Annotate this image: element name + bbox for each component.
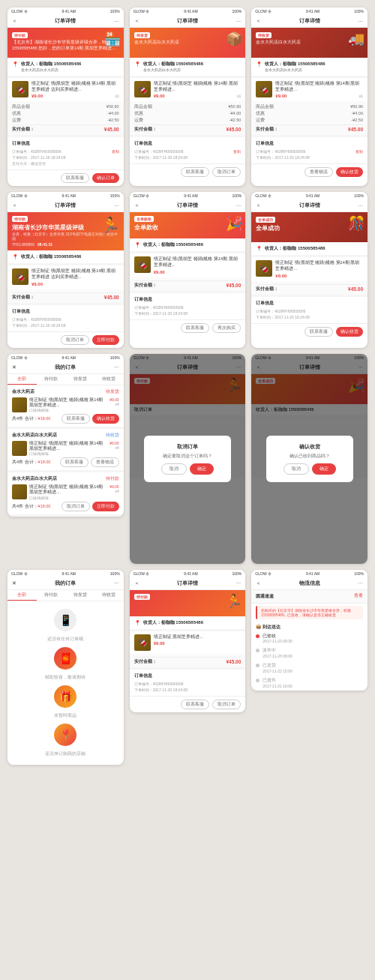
more-icon[interactable]: ··· xyxy=(358,202,363,209)
more-icon[interactable]: ··· xyxy=(114,364,119,370)
product-info: 情正制证 黑胡芝养精进... ¥9.00 xyxy=(154,634,242,646)
more-icon[interactable]: ··· xyxy=(358,580,363,586)
location-icon: 📍 xyxy=(256,246,262,252)
order-info-title: 订单信息 xyxy=(256,300,363,307)
more-icon[interactable]: ··· xyxy=(114,580,119,586)
nav-title: 订单详情 xyxy=(55,202,76,209)
order-number: 订单编号：402RFH00000006 xyxy=(134,305,184,310)
product-thumbnail: 🍫 xyxy=(134,81,151,97)
tab-pending-receive2[interactable]: 待收货 xyxy=(94,590,124,601)
phone-r1-3: GLOW 令 9:41 AM 100% ＜ 订单详情 ··· 待收货 金水大药店… xyxy=(251,7,368,186)
signal: GLOW 令 xyxy=(134,193,150,198)
more-icon[interactable]: ··· xyxy=(236,580,242,586)
price-summary: 商品金额 ¥50.90 优惠 -¥4.00 运费 -¥2.50 实付金额： ¥4… xyxy=(251,101,368,135)
logistics-link[interactable]: 查看 xyxy=(354,593,363,600)
order-actions: 取消订单 立即付款 xyxy=(62,502,119,511)
close-icon[interactable]: ✕ xyxy=(12,364,16,370)
order-product-thumb xyxy=(12,441,27,456)
subtotal-value: ¥50.90 xyxy=(350,104,363,109)
modal-confirm-btn[interactable]: 确定 xyxy=(190,463,214,475)
order-banner-receiving: 待收货 金水大药店白水大药店 🚚 xyxy=(251,28,368,58)
product-info: 情正制证 情(黑胡芝 猪蹄)规格 第14期 黑胡芝养精进... ¥9.00 x1 xyxy=(154,81,242,98)
more-icon[interactable]: ··· xyxy=(236,202,242,209)
tab-all[interactable]: 全部 xyxy=(8,374,37,385)
cancel-order-btn[interactable]: 取消订单 xyxy=(61,335,89,345)
subtotal-row: 商品金额 ¥50.90 xyxy=(134,103,242,110)
copy-link[interactable]: 复制 xyxy=(356,149,363,154)
tab-pending-pay2[interactable]: 待付款 xyxy=(37,590,66,601)
more-icon[interactable]: ··· xyxy=(358,18,363,25)
order-info-title: 订单信息 xyxy=(134,140,242,147)
subtotal-label: 商品金额 xyxy=(12,104,30,109)
banner-illustration: 🏪 xyxy=(104,31,121,47)
list-item: 金水大药店白水大药店 待收货 情正制证 情(黑胡芝 猪蹄)规格 第14期 黑胡芝… xyxy=(8,429,124,472)
discount-value: -¥4.00 xyxy=(351,111,363,116)
more-icon[interactable]: ··· xyxy=(114,18,119,25)
footer-bar: 查看物流 确认收货 xyxy=(251,163,368,180)
contact-btn[interactable]: 联系客服 xyxy=(181,323,209,333)
tab-pending-ship[interactable]: 待发货 xyxy=(65,374,94,385)
tab-pending-receive[interactable]: 待收货 xyxy=(94,374,124,385)
more-icon[interactable]: ··· xyxy=(236,18,242,25)
nav-title: 我的订单 xyxy=(55,364,76,371)
pay-now-btn[interactable]: 立即付款 xyxy=(92,335,119,345)
tab-pending-pay[interactable]: 待付款 xyxy=(37,374,66,385)
logistics-time-4: 2017-11-21 10:00 xyxy=(262,684,292,688)
logistics-btn[interactable]: 查看物流 xyxy=(304,167,333,177)
logistics-status-1: 已签收 xyxy=(262,634,292,640)
more-icon[interactable]: ··· xyxy=(114,202,119,209)
tab-all2[interactable]: 全部 xyxy=(8,590,37,601)
back-icon[interactable]: ＜ xyxy=(12,17,17,25)
confirm-btn[interactable]: 确认订单 xyxy=(92,173,119,183)
contact-btn[interactable]: 联系客服 xyxy=(304,327,333,337)
product-thumbnail: 🍫 xyxy=(12,268,28,285)
cancel-order-btn3[interactable]: 取消订单 xyxy=(212,700,241,709)
view-logistics-btn[interactable]: 查看物流 xyxy=(91,457,119,467)
rebuy-btn[interactable]: 再次购买 xyxy=(212,323,241,333)
footer-bar: 联系客服 确认收货 xyxy=(251,323,368,340)
contact-service-btn2[interactable]: 联系客服 xyxy=(60,457,88,467)
modal-confirm-btn2[interactable]: 确定 xyxy=(312,463,336,475)
order-product-thumb xyxy=(12,397,27,412)
status-bar: GLOW 令 9:41 AM 100% xyxy=(8,570,124,577)
confirm-receive-btn2[interactable]: 确认收货 xyxy=(336,327,363,337)
total-value: ¥45.00 xyxy=(226,659,241,664)
phone-r4-2: GLOW 令 9:41 AM 100% ＜ 订单详情 ··· 待付款 🏃 📍 收… xyxy=(130,570,246,712)
store-name: 金水大药店 xyxy=(12,388,34,395)
back-icon[interactable]: ＜ xyxy=(134,202,140,209)
back-icon[interactable]: ＜ xyxy=(134,580,140,587)
modal-cancel-btn[interactable]: 取消 xyxy=(161,463,187,475)
tab-pending-ship2[interactable]: 待发货 xyxy=(65,590,94,601)
shipping-label: 运费 xyxy=(12,118,21,123)
confirm-order-btn[interactable]: 确认收货 xyxy=(92,414,119,424)
empty-label-4: 还没来订购我的店铺 xyxy=(45,751,86,757)
back-icon[interactable]: ＜ xyxy=(256,202,261,209)
total-row: 实付金额： ¥45.00 xyxy=(134,280,242,289)
contact-service-btn[interactable]: 联系客服 xyxy=(62,414,90,424)
order-actions: 联系客服 查看物流 xyxy=(60,457,119,467)
total-label: 实付金额： xyxy=(134,659,157,664)
address-section: 📍 收货人：栃咖咖 15506585486 xyxy=(251,242,368,257)
cancel-order-btn2[interactable]: 取消订单 xyxy=(62,502,90,511)
back-icon[interactable]: ＜ xyxy=(256,580,261,587)
order-time-row: 下单时间：2017-11-20 18:24:08 xyxy=(134,154,242,160)
address-detail: 金水大药店白水大药店 xyxy=(143,67,242,73)
back-icon[interactable]: ＜ xyxy=(134,17,140,25)
subtotal-row: 商品金额 ¥50.90 xyxy=(12,103,119,110)
copy-link[interactable]: 复制 xyxy=(112,149,119,154)
modal-cancel-btn2[interactable]: 取消 xyxy=(284,463,309,475)
contact-btn[interactable]: 联系客服 xyxy=(181,167,209,177)
pay-now-btn2[interactable]: 立即付款 xyxy=(92,502,119,511)
order-product-name: 情正制证 情(黑胡芝 猪蹄)规格 第14期 黑胡芝养精进... xyxy=(29,397,107,408)
contact-btn[interactable]: 联系客服 xyxy=(61,173,89,183)
contact-btn3[interactable]: 联系客服 xyxy=(181,700,209,709)
logistics-status-4: 已揽件 xyxy=(262,678,292,684)
back-icon[interactable]: ＜ xyxy=(256,17,261,25)
confirm-receive-btn[interactable]: 确认收货 xyxy=(336,167,363,177)
order-product-qty: x4 xyxy=(110,489,119,493)
success-banner: 全单款收 全单款收 🎉 xyxy=(130,212,246,238)
cancel-btn[interactable]: 取消订单 xyxy=(212,167,241,177)
copy-link[interactable]: 复制 xyxy=(233,149,241,154)
close-icon2[interactable]: ✕ xyxy=(12,580,16,586)
back-icon[interactable]: ＜ xyxy=(12,202,17,209)
